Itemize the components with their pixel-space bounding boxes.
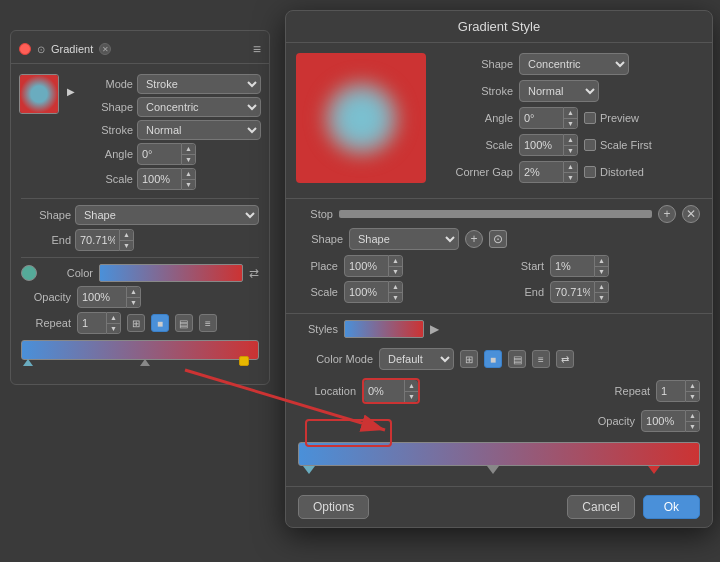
stop-shape-icon[interactable]: ⊙ — [489, 230, 507, 248]
ok-button[interactable]: Ok — [643, 495, 700, 519]
stop-mid[interactable] — [140, 359, 150, 366]
angle-stepper[interactable]: ▲ ▼ — [137, 143, 196, 165]
dialog-corner-gap-input[interactable] — [519, 161, 564, 183]
repeat-input[interactable] — [77, 312, 107, 334]
dialog-opacity-stepper[interactable]: ▲ ▼ — [641, 410, 700, 432]
add-stop-btn[interactable]: + — [658, 205, 676, 223]
scale-down[interactable]: ▼ — [182, 180, 195, 190]
scale-input[interactable] — [137, 168, 182, 190]
dialog-corner-gap-stepper[interactable]: ▲ ▼ — [519, 161, 578, 183]
repeat-down[interactable]: ▼ — [107, 324, 120, 334]
dialog-angle-up[interactable]: ▲ — [564, 108, 577, 119]
stop-shape-select[interactable]: Shape — [349, 228, 459, 250]
stop-right[interactable] — [239, 356, 249, 366]
pattern-icon[interactable]: ⊞ — [127, 314, 145, 332]
opacity-input[interactable] — [77, 286, 127, 308]
expand-icon[interactable]: ▶ — [67, 86, 75, 97]
scale-up[interactable]: ▲ — [182, 169, 195, 180]
repeat2-stepper[interactable]: ▲ ▼ — [656, 380, 700, 402]
dialog-angle-down[interactable]: ▼ — [564, 119, 577, 129]
color-mode-select[interactable]: Default — [379, 348, 454, 370]
style-icon2[interactable]: ▤ — [175, 314, 193, 332]
big-gradient-bar[interactable] — [298, 442, 700, 466]
styles-bar[interactable] — [344, 320, 424, 338]
place-stepper[interactable]: ▲ ▼ — [344, 255, 403, 277]
end2-stepper[interactable]: ▲ ▼ — [550, 281, 609, 303]
scale-first-checkbox[interactable] — [584, 139, 596, 151]
stop-bar[interactable] — [339, 210, 652, 218]
start-down[interactable]: ▼ — [595, 267, 608, 277]
hamburger-icon[interactable]: ≡ — [253, 41, 261, 57]
shape-select[interactable]: Concentric — [137, 97, 261, 117]
panel-close-x[interactable]: ✕ — [99, 43, 111, 55]
end2-up[interactable]: ▲ — [595, 282, 608, 293]
dialog-scale-down[interactable]: ▼ — [564, 146, 577, 156]
location-input[interactable] — [364, 380, 404, 402]
dialog-scale-input[interactable] — [519, 134, 564, 156]
big-stop-right[interactable] — [648, 466, 660, 474]
repeat2-input[interactable] — [656, 380, 686, 402]
dialog-opacity-input[interactable] — [641, 410, 686, 432]
angle-down[interactable]: ▼ — [182, 155, 195, 165]
big-stop-left[interactable] — [303, 466, 315, 474]
end2-input[interactable] — [550, 281, 595, 303]
options-button[interactable]: Options — [298, 495, 369, 519]
start-up[interactable]: ▲ — [595, 256, 608, 267]
stop-shape-add[interactable]: + — [465, 230, 483, 248]
dialog-angle-stepper[interactable]: ▲ ▼ — [519, 107, 578, 129]
end-up[interactable]: ▲ — [120, 230, 133, 241]
dialog-cornergap-up[interactable]: ▲ — [564, 162, 577, 173]
style-icon1[interactable]: ■ — [151, 314, 169, 332]
place-input[interactable] — [344, 255, 389, 277]
end-down[interactable]: ▼ — [120, 241, 133, 251]
repeat2-up[interactable]: ▲ — [686, 381, 699, 392]
start-stepper[interactable]: ▲ ▼ — [550, 255, 609, 277]
color-toggle[interactable] — [21, 265, 37, 281]
preview-checkbox[interactable] — [584, 112, 596, 124]
color-mode-icon2[interactable]: ■ — [484, 350, 502, 368]
dialog-shape-select[interactable]: Concentric — [519, 53, 629, 75]
remove-stop-btn[interactable]: ✕ — [682, 205, 700, 223]
end-stepper[interactable]: ▲ ▼ — [75, 229, 134, 251]
dialog-cornergap-down[interactable]: ▼ — [564, 173, 577, 183]
mode-select[interactable]: Stroke — [137, 74, 261, 94]
distorted-checkbox[interactable] — [584, 166, 596, 178]
close-button[interactable] — [19, 43, 31, 55]
dialog-opacity-up[interactable]: ▲ — [686, 411, 699, 422]
scale2-input[interactable] — [344, 281, 389, 303]
big-stop-mid[interactable] — [487, 466, 499, 474]
color-mode-icon4[interactable]: ≡ — [532, 350, 550, 368]
dialog-scale-stepper[interactable]: ▲ ▼ — [519, 134, 578, 156]
repeat-stepper[interactable]: ▲ ▼ — [77, 312, 121, 334]
dialog-stroke-select[interactable]: Normal — [519, 80, 599, 102]
scale2-up[interactable]: ▲ — [389, 282, 402, 293]
opacity-stepper[interactable]: ▲ ▼ — [77, 286, 141, 308]
scale2-down[interactable]: ▼ — [389, 293, 402, 303]
shape2-select[interactable]: Shape — [75, 205, 259, 225]
color-mode-icon5[interactable]: ⇄ — [556, 350, 574, 368]
style-icon3[interactable]: ≡ — [199, 314, 217, 332]
repeat-up[interactable]: ▲ — [107, 313, 120, 324]
place-up[interactable]: ▲ — [389, 256, 402, 267]
start-input[interactable] — [550, 255, 595, 277]
angle-input[interactable] — [137, 143, 182, 165]
stop-left[interactable] — [23, 359, 33, 366]
styles-arrow[interactable]: ▶ — [430, 322, 439, 336]
dialog-scale-up[interactable]: ▲ — [564, 135, 577, 146]
color-swatch[interactable] — [99, 264, 243, 282]
angle-up[interactable]: ▲ — [182, 144, 195, 155]
stroke-select[interactable]: Normal — [137, 120, 261, 140]
place-down[interactable]: ▼ — [389, 267, 402, 277]
repeat2-down[interactable]: ▼ — [686, 392, 699, 402]
dialog-angle-input[interactable] — [519, 107, 564, 129]
opacity-up[interactable]: ▲ — [127, 287, 140, 298]
dialog-opacity-down[interactable]: ▼ — [686, 422, 699, 432]
scale-stepper[interactable]: ▲ ▼ — [137, 168, 196, 190]
end2-down[interactable]: ▼ — [595, 293, 608, 303]
swap-icon[interactable]: ⇄ — [249, 266, 259, 280]
location-down[interactable]: ▼ — [405, 392, 418, 403]
color-mode-icon3[interactable]: ▤ — [508, 350, 526, 368]
opacity-down[interactable]: ▼ — [127, 298, 140, 308]
location-up[interactable]: ▲ — [405, 380, 418, 392]
color-mode-icon1[interactable]: ⊞ — [460, 350, 478, 368]
